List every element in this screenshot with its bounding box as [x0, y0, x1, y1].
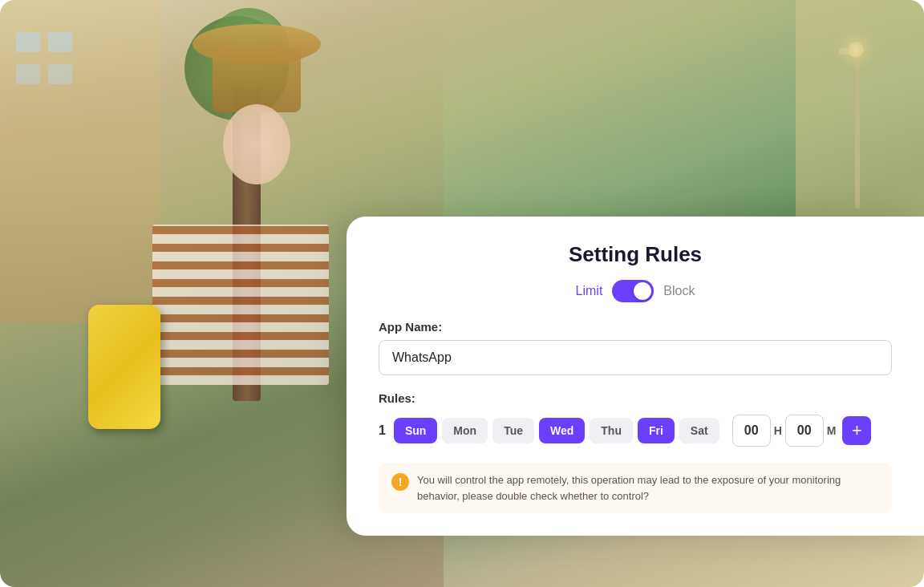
day-fri-button[interactable]: Fri	[638, 418, 675, 443]
minutes-input[interactable]	[785, 415, 824, 447]
day-mon-button[interactable]: Mon	[442, 418, 488, 443]
hours-input[interactable]	[732, 415, 771, 447]
lamp	[855, 48, 860, 208]
warning-row: ! You will control the app remotely, thi…	[379, 463, 892, 513]
limit-label: Limit	[576, 284, 603, 298]
rule-number: 1	[379, 423, 386, 438]
hours-unit: H	[774, 424, 782, 437]
app-name-label: App Name:	[379, 320, 892, 334]
add-rule-button[interactable]: +	[842, 416, 871, 445]
day-wed-button[interactable]: Wed	[539, 418, 585, 443]
settings-card: Setting Rules Limit Block App Name: Rule…	[346, 217, 924, 536]
day-sat-button[interactable]: Sat	[679, 418, 719, 443]
minutes-unit: M	[827, 424, 837, 437]
day-tue-button[interactable]: Tue	[492, 418, 534, 443]
warning-icon: !	[391, 473, 409, 491]
rules-label: Rules:	[379, 391, 892, 405]
time-group: H M +	[732, 415, 872, 447]
app-name-input[interactable]	[379, 340, 892, 375]
limit-block-toggle[interactable]	[612, 280, 654, 302]
card-title: Setting Rules	[379, 242, 892, 267]
phone-shape	[88, 305, 160, 429]
day-sun-button[interactable]: Sun	[394, 418, 437, 443]
warning-text: You will control the app remotely, this …	[417, 472, 879, 504]
block-label: Block	[663, 284, 695, 298]
lamp-bulb	[848, 42, 864, 58]
rules-row: 1 Sun Mon Tue Wed Thu Fri Sat H M +	[379, 415, 892, 447]
toggle-row: Limit Block	[379, 280, 892, 302]
day-thu-button[interactable]: Thu	[590, 418, 633, 443]
